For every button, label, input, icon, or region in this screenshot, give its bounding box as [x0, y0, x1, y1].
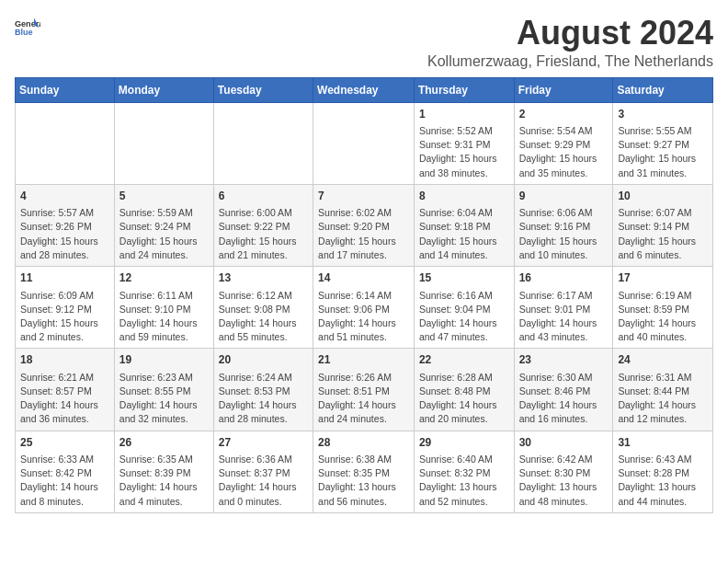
day-number: 19 — [119, 352, 209, 368]
day-info: Sunrise: 6:26 AM Sunset: 8:51 PM Dayligh… — [318, 371, 409, 427]
calendar-week-row: 18Sunrise: 6:21 AM Sunset: 8:57 PM Dayli… — [16, 349, 713, 431]
day-info: Sunrise: 6:33 AM Sunset: 8:42 PM Dayligh… — [20, 453, 109, 509]
calendar-cell: 21Sunrise: 6:26 AM Sunset: 8:51 PM Dayli… — [313, 349, 415, 431]
calendar-cell: 22Sunrise: 6:28 AM Sunset: 8:48 PM Dayli… — [414, 349, 514, 431]
calendar-header-cell: Friday — [514, 77, 613, 102]
calendar-cell — [16, 102, 115, 184]
calendar-cell: 26Sunrise: 6:35 AM Sunset: 8:39 PM Dayli… — [114, 431, 213, 512]
day-number: 12 — [119, 270, 209, 286]
day-number: 14 — [318, 270, 409, 286]
day-info: Sunrise: 6:00 AM Sunset: 9:22 PM Dayligh… — [219, 206, 308, 262]
calendar-cell: 29Sunrise: 6:40 AM Sunset: 8:32 PM Dayli… — [414, 431, 514, 512]
calendar-cell: 31Sunrise: 6:43 AM Sunset: 8:28 PM Dayli… — [613, 431, 713, 512]
day-number: 28 — [318, 435, 409, 451]
day-number: 21 — [318, 352, 409, 368]
day-info: Sunrise: 6:30 AM Sunset: 8:46 PM Dayligh… — [519, 371, 609, 427]
calendar-cell — [213, 102, 313, 184]
svg-text:Blue: Blue — [15, 28, 33, 37]
calendar-cell: 14Sunrise: 6:14 AM Sunset: 9:06 PM Dayli… — [313, 267, 415, 349]
calendar-cell: 16Sunrise: 6:17 AM Sunset: 9:01 PM Dayli… — [514, 267, 613, 349]
day-info: Sunrise: 6:09 AM Sunset: 9:12 PM Dayligh… — [20, 289, 109, 345]
day-number: 13 — [219, 270, 308, 286]
calendar-cell: 8Sunrise: 6:04 AM Sunset: 9:18 PM Daylig… — [414, 184, 514, 266]
calendar-header-cell: Saturday — [613, 77, 713, 102]
calendar-cell: 11Sunrise: 6:09 AM Sunset: 9:12 PM Dayli… — [16, 267, 115, 349]
day-info: Sunrise: 6:43 AM Sunset: 8:28 PM Dayligh… — [618, 453, 708, 509]
day-info: Sunrise: 6:31 AM Sunset: 8:44 PM Dayligh… — [618, 371, 708, 427]
day-number: 3 — [618, 107, 708, 122]
day-number: 1 — [419, 107, 509, 122]
day-number: 31 — [618, 435, 708, 451]
day-number: 6 — [219, 189, 308, 204]
day-number: 22 — [419, 352, 509, 368]
day-info: Sunrise: 5:55 AM Sunset: 9:27 PM Dayligh… — [618, 124, 708, 180]
day-info: Sunrise: 6:12 AM Sunset: 9:08 PM Dayligh… — [219, 289, 308, 345]
day-info: Sunrise: 6:40 AM Sunset: 8:32 PM Dayligh… — [419, 453, 509, 509]
calendar-week-row: 4Sunrise: 5:57 AM Sunset: 9:26 PM Daylig… — [16, 184, 713, 266]
calendar-cell: 12Sunrise: 6:11 AM Sunset: 9:10 PM Dayli… — [114, 267, 213, 349]
day-number: 15 — [419, 270, 509, 286]
title-section: August 2024 Kollumerzwaag, Friesland, Th… — [427, 15, 713, 70]
day-info: Sunrise: 6:21 AM Sunset: 8:57 PM Dayligh… — [20, 371, 109, 427]
day-info: Sunrise: 6:04 AM Sunset: 9:18 PM Dayligh… — [419, 206, 509, 262]
day-number: 17 — [618, 270, 708, 286]
calendar-cell: 6Sunrise: 6:00 AM Sunset: 9:22 PM Daylig… — [213, 184, 313, 266]
day-number: 2 — [519, 107, 609, 122]
logo: General Blue — [15, 15, 40, 40]
calendar-header-cell: Sunday — [16, 77, 115, 102]
calendar-cell: 28Sunrise: 6:38 AM Sunset: 8:35 PM Dayli… — [313, 431, 415, 512]
day-number: 18 — [20, 352, 109, 368]
header: General Blue August 2024 Kollumerzwaag, … — [15, 15, 713, 70]
day-info: Sunrise: 6:14 AM Sunset: 9:06 PM Dayligh… — [318, 289, 409, 345]
day-info: Sunrise: 6:24 AM Sunset: 8:53 PM Dayligh… — [219, 371, 308, 427]
day-info: Sunrise: 6:23 AM Sunset: 8:55 PM Dayligh… — [119, 371, 209, 427]
calendar-body: 1Sunrise: 5:52 AM Sunset: 9:31 PM Daylig… — [16, 102, 713, 512]
day-info: Sunrise: 6:36 AM Sunset: 8:37 PM Dayligh… — [219, 453, 308, 509]
calendar-cell: 5Sunrise: 5:59 AM Sunset: 9:24 PM Daylig… — [114, 184, 213, 266]
day-number: 30 — [519, 435, 609, 451]
day-info: Sunrise: 6:35 AM Sunset: 8:39 PM Dayligh… — [119, 453, 209, 509]
calendar-cell: 7Sunrise: 6:02 AM Sunset: 9:20 PM Daylig… — [313, 184, 415, 266]
day-info: Sunrise: 6:06 AM Sunset: 9:16 PM Dayligh… — [519, 206, 609, 262]
calendar-header-cell: Monday — [114, 77, 213, 102]
subtitle: Kollumerzwaag, Friesland, The Netherland… — [427, 53, 713, 70]
day-info: Sunrise: 6:17 AM Sunset: 9:01 PM Dayligh… — [519, 289, 609, 345]
calendar-cell: 15Sunrise: 6:16 AM Sunset: 9:04 PM Dayli… — [414, 267, 514, 349]
day-number: 27 — [219, 435, 308, 451]
day-number: 8 — [419, 189, 509, 204]
calendar-cell: 13Sunrise: 6:12 AM Sunset: 9:08 PM Dayli… — [213, 267, 313, 349]
calendar-week-row: 11Sunrise: 6:09 AM Sunset: 9:12 PM Dayli… — [16, 267, 713, 349]
calendar-cell — [114, 102, 213, 184]
day-number: 9 — [519, 189, 609, 204]
day-number: 29 — [419, 435, 509, 451]
logo-icon: General Blue — [15, 15, 40, 40]
day-number: 20 — [219, 352, 308, 368]
day-number: 5 — [119, 189, 209, 204]
day-number: 26 — [119, 435, 209, 451]
calendar-cell: 17Sunrise: 6:19 AM Sunset: 8:59 PM Dayli… — [613, 267, 713, 349]
day-info: Sunrise: 6:11 AM Sunset: 9:10 PM Dayligh… — [119, 289, 209, 345]
day-number: 4 — [20, 189, 109, 204]
calendar-cell: 1Sunrise: 5:52 AM Sunset: 9:31 PM Daylig… — [414, 102, 514, 184]
day-info: Sunrise: 5:59 AM Sunset: 9:24 PM Dayligh… — [119, 206, 209, 262]
day-info: Sunrise: 6:16 AM Sunset: 9:04 PM Dayligh… — [419, 289, 509, 345]
day-info: Sunrise: 6:38 AM Sunset: 8:35 PM Dayligh… — [318, 453, 409, 509]
calendar-cell: 2Sunrise: 5:54 AM Sunset: 9:29 PM Daylig… — [514, 102, 613, 184]
day-number: 24 — [618, 352, 708, 368]
calendar-header-cell: Tuesday — [213, 77, 313, 102]
day-number: 11 — [20, 270, 109, 286]
calendar-cell: 18Sunrise: 6:21 AM Sunset: 8:57 PM Dayli… — [16, 349, 115, 431]
calendar-cell: 3Sunrise: 5:55 AM Sunset: 9:27 PM Daylig… — [613, 102, 713, 184]
day-info: Sunrise: 5:57 AM Sunset: 9:26 PM Dayligh… — [20, 206, 109, 262]
calendar-cell: 30Sunrise: 6:42 AM Sunset: 8:30 PM Dayli… — [514, 431, 613, 512]
main-title: August 2024 — [427, 15, 713, 52]
day-info: Sunrise: 6:02 AM Sunset: 9:20 PM Dayligh… — [318, 206, 409, 262]
day-number: 23 — [519, 352, 609, 368]
calendar-cell: 25Sunrise: 6:33 AM Sunset: 8:42 PM Dayli… — [16, 431, 115, 512]
calendar-cell — [313, 102, 415, 184]
day-info: Sunrise: 5:54 AM Sunset: 9:29 PM Dayligh… — [519, 124, 609, 180]
day-number: 25 — [20, 435, 109, 451]
calendar-cell: 20Sunrise: 6:24 AM Sunset: 8:53 PM Dayli… — [213, 349, 313, 431]
day-number: 7 — [318, 189, 409, 204]
calendar-table: SundayMondayTuesdayWednesdayThursdayFrid… — [15, 77, 713, 513]
